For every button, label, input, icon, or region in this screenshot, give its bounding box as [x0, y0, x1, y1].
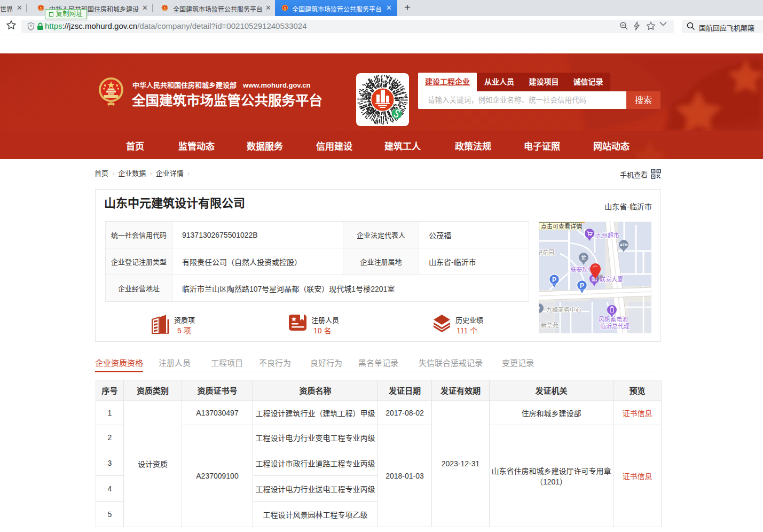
- svg-text:点击可查看详情: 点击可查看详情: [541, 223, 582, 230]
- svg-text:临沂总代理: 临沂总代理: [600, 323, 630, 330]
- svg-text:九州超市: 九州超市: [596, 232, 619, 239]
- svg-text:联安大厦: 联安大厦: [600, 276, 623, 283]
- svg-text:P: P: [580, 282, 584, 290]
- svg-text:P: P: [552, 276, 556, 284]
- svg-text:ATM: ATM: [620, 243, 628, 247]
- svg-text:记花园: 记花园: [539, 249, 554, 256]
- svg-text:新华苑: 新华苑: [541, 322, 559, 328]
- svg-text:风帆蓄电池: 风帆蓄电池: [599, 316, 628, 323]
- svg-text:九峰商务中心: 九峰商务中心: [546, 306, 581, 313]
